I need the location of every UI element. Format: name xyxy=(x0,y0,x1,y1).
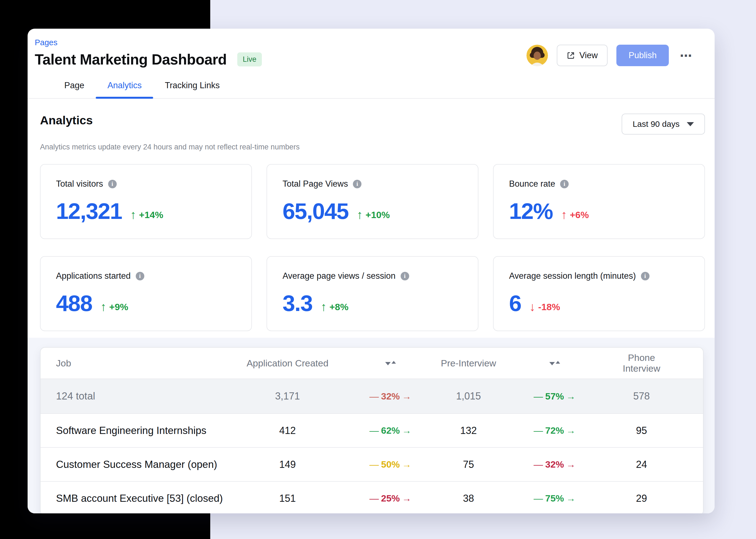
sort-up-triangle xyxy=(556,361,560,364)
conversion-rate-2: — 72% → xyxy=(533,425,576,436)
dash-glyph: — xyxy=(369,493,379,504)
metric-delta: -18% xyxy=(538,302,560,312)
metric-value: 488 xyxy=(56,292,92,315)
avatar-image xyxy=(526,45,548,66)
sort-down-triangle xyxy=(385,362,391,365)
arrow-right-icon: → xyxy=(566,493,576,504)
metric-card-applications-started: Applications started i 488 ↑ +9% xyxy=(40,256,252,331)
info-icon[interactable]: i xyxy=(353,180,361,188)
date-range-value: Last 90 days xyxy=(633,119,680,129)
metric-card-total-visitors: Total visitors i 12,321 ↑ +14% xyxy=(40,164,252,239)
job-name: Software Engineering Internships xyxy=(41,425,231,436)
phone-interview-value: 29 xyxy=(636,493,647,504)
tab-tracking-links[interactable]: Tracking Links xyxy=(153,81,231,98)
publish-button[interactable]: Publish xyxy=(616,45,669,66)
phone-interview-value: 95 xyxy=(636,425,647,436)
sort-icon[interactable] xyxy=(549,361,560,365)
pre-interview-value: 132 xyxy=(460,425,477,436)
dash-glyph: — xyxy=(369,459,379,470)
analytics-section: Analytics Last 90 days Analytics metrics… xyxy=(28,99,714,331)
table-row: Customer Success Manager (open) 149 — 50… xyxy=(41,447,703,481)
info-icon[interactable]: i xyxy=(136,272,144,280)
metric-delta: +10% xyxy=(366,209,390,220)
header-actions: View Publish ⋯ xyxy=(526,45,695,66)
table-row: Software Engineering Internships 412 — 6… xyxy=(41,413,703,447)
table-total-row: 124 total 3,171 — 32% → 1,015 — 57% → 57… xyxy=(41,379,703,413)
metric-value: 12% xyxy=(509,200,553,222)
metric-delta: +14% xyxy=(139,209,163,220)
dash-glyph: — xyxy=(533,459,543,470)
info-icon[interactable]: i xyxy=(108,180,117,188)
dash-glyph: — xyxy=(533,425,543,436)
arrow-right-icon: → xyxy=(566,459,576,470)
conversion-rate-1: — 25% → xyxy=(369,493,412,504)
tab-page[interactable]: Page xyxy=(53,81,96,98)
sort-down-triangle xyxy=(549,362,555,365)
page-header: Pages Talent Marketing Dashboard Live xyxy=(28,29,714,68)
metric-value: 12,321 xyxy=(56,200,122,222)
total-conversion-rate-1: — 32% → xyxy=(369,391,412,402)
metric-value: 6 xyxy=(509,292,521,315)
metric-label: Total visitors xyxy=(56,179,103,189)
arrow-down-icon: ↓ xyxy=(529,301,535,313)
total-phone-interview: 578 xyxy=(633,390,650,402)
date-range-dropdown[interactable]: Last 90 days xyxy=(621,114,705,134)
funnel-table-section: Job Application Created Pre-Interview Ph… xyxy=(28,338,714,513)
arrow-right-icon: → xyxy=(566,391,576,402)
chevron-down-icon xyxy=(687,122,694,126)
metric-card-avg-session-length: Average session length (minutes) i 6 ↓ -… xyxy=(493,256,705,331)
info-icon[interactable]: i xyxy=(560,180,569,188)
column-header-application-created: Application Created xyxy=(247,358,329,369)
conversion-rate-2: — 75% → xyxy=(533,493,576,504)
sort-up-triangle xyxy=(392,361,396,364)
column-header-phone-interview: Phone Interview xyxy=(609,352,675,374)
arrow-right-icon: → xyxy=(402,459,412,470)
more-menu-icon[interactable]: ⋯ xyxy=(678,48,695,63)
column-header-pre-interview: Pre-Interview xyxy=(441,358,496,369)
view-button-label: View xyxy=(579,50,598,60)
view-button[interactable]: View xyxy=(557,45,608,66)
phone-interview-value: 24 xyxy=(636,459,647,470)
avatar[interactable] xyxy=(526,45,548,66)
conversion-rate-1: — 62% → xyxy=(369,425,412,436)
header-left: Pages Talent Marketing Dashboard Live xyxy=(35,38,262,68)
arrow-right-icon: → xyxy=(566,425,576,436)
pre-interview-value: 75 xyxy=(463,459,474,470)
info-icon[interactable]: i xyxy=(641,272,649,280)
breadcrumb[interactable]: Pages xyxy=(35,38,262,47)
funnel-table: Job Application Created Pre-Interview Ph… xyxy=(40,347,704,513)
arrow-right-icon: → xyxy=(402,493,412,504)
dash-glyph: — xyxy=(369,425,379,436)
metric-value: 3.3 xyxy=(283,292,312,315)
tab-analytics[interactable]: Analytics xyxy=(96,81,153,98)
metric-delta: +8% xyxy=(330,302,348,312)
table-row: SMB account Executive [53] (closed) 151 … xyxy=(41,481,703,513)
metrics-grid: Total visitors i 12,321 ↑ +14% Total Pag… xyxy=(40,164,705,331)
publish-button-label: Publish xyxy=(628,50,657,60)
total-pre-interview: 1,015 xyxy=(456,390,481,402)
tabs-bar: Page Analytics Tracking Links xyxy=(28,81,714,99)
metric-label: Applications started xyxy=(56,271,131,281)
application-created-value: 151 xyxy=(279,493,296,504)
dash-glyph: — xyxy=(533,493,543,504)
dash-glyph: — xyxy=(533,391,543,402)
arrow-up-icon: ↑ xyxy=(561,209,567,221)
metric-delta: +6% xyxy=(570,209,589,220)
external-link-icon xyxy=(567,51,575,59)
page-title: Talent Marketing Dashboard xyxy=(35,51,227,68)
job-name: Customer Success Manager (open) xyxy=(41,459,231,470)
dash-glyph: — xyxy=(369,391,379,402)
application-created-value: 149 xyxy=(279,459,296,470)
arrow-up-icon: ↑ xyxy=(321,301,327,313)
table-header-row: Job Application Created Pre-Interview Ph… xyxy=(41,348,703,379)
conversion-rate-2: — 32% → xyxy=(533,459,576,470)
conversion-rate-1: — 50% → xyxy=(369,459,412,470)
column-header-job: Job xyxy=(41,358,231,369)
metric-label: Bounce rate xyxy=(509,179,555,189)
analytics-heading: Analytics xyxy=(40,114,93,127)
info-icon[interactable]: i xyxy=(401,272,409,280)
sort-icon[interactable] xyxy=(385,361,396,365)
analytics-subtitle: Analytics metrics update every 24 hours … xyxy=(40,143,705,151)
arrow-right-icon: → xyxy=(402,425,412,436)
metric-card-bounce-rate: Bounce rate i 12% ↑ +6% xyxy=(493,164,705,239)
